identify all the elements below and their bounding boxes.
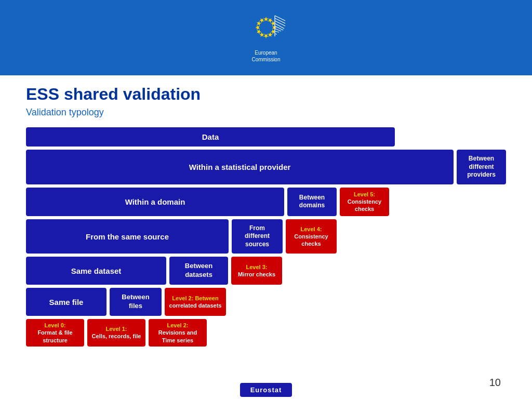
row6: Level 0: Format & file structure Level 1… — [26, 319, 506, 347]
level3-box: Level 3: Mirror checks — [231, 257, 282, 285]
ec-logo-svg — [243, 13, 289, 49]
eurostat-label: Eurostat — [240, 383, 292, 397]
svg-marker-6 — [263, 34, 268, 38]
svg-marker-0 — [263, 17, 268, 21]
svg-line-15 — [275, 23, 284, 29]
between-datasets-box: Between datasets — [169, 257, 228, 285]
level5-box: Level 5: Consistency checks — [340, 188, 389, 216]
row5: Same file Between files Level 2: Between… — [26, 288, 506, 316]
level0-box: Level 0: Format & file structure — [26, 319, 84, 347]
main-title: ESS shared validation — [26, 85, 506, 104]
svg-line-14 — [275, 21, 285, 26]
footer-bar: Eurostat — [0, 381, 532, 399]
logo-text: European Commission — [251, 49, 280, 63]
row4: Same dataset Between datasets Level 3: M… — [26, 257, 506, 285]
level2-between-box: Level 2: Between correlated datasets — [165, 288, 226, 316]
diagram-area: Data Within a statistical provider Betwe… — [0, 122, 532, 347]
svg-line-16 — [275, 26, 283, 30]
level2-box: Level 2: Revisions and Time series — [149, 319, 207, 347]
between-domains-box: Between domains — [287, 188, 337, 216]
data-row: Data — [26, 127, 395, 147]
svg-line-12 — [275, 16, 285, 21]
stat-provider-box: Within a statistical provider — [26, 150, 454, 184]
between-diff-providers-box: Between different providers — [457, 150, 506, 184]
title-area: ESS shared validation Validation typolog… — [0, 75, 532, 122]
from-diff-sources-box: From different sources — [232, 219, 283, 254]
same-dataset-box: Same dataset — [26, 257, 166, 285]
level1-box: Level 1: Cells, records, file — [87, 319, 145, 347]
row3: From the same source From different sour… — [26, 219, 506, 254]
subtitle: Validation typology — [26, 107, 506, 118]
row1: Within a statistical provider Between di… — [26, 150, 506, 184]
svg-line-13 — [275, 18, 285, 23]
row2: Within a domain Between domains Level 5:… — [26, 188, 506, 216]
same-source-box: From the same source — [26, 219, 229, 254]
header-bar: European Commission — [0, 0, 532, 75]
svg-line-18 — [275, 31, 279, 32]
same-file-box: Same file — [26, 288, 107, 316]
within-domain-box: Within a domain — [26, 188, 284, 216]
between-files-box: Between files — [110, 288, 162, 316]
level4-box: Level 4: Consistency checks — [286, 219, 337, 254]
svg-marker-9 — [255, 25, 260, 30]
ec-logo-container: European Commission — [243, 13, 289, 63]
